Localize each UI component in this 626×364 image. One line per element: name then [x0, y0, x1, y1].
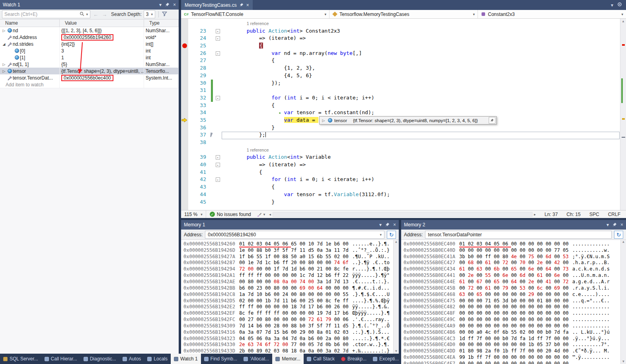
breakpoint-margin[interactable] [181, 183, 188, 191]
scroll-up-icon[interactable]: ▲ [622, 240, 624, 243]
fold-margin[interactable]: - [214, 155, 222, 160]
breakpoint-margin[interactable] [181, 42, 188, 50]
code-row[interactable]: 36} [181, 124, 626, 132]
watch-name-cell[interactable]: [0] [0, 47, 60, 54]
memory-row[interactable]: 0x000002556B0EC4C31d ff 7f 00 00 b0 7d f… [404, 335, 626, 342]
watch-name-cell[interactable]: nd.Address [0, 34, 60, 41]
taskbar-tab[interactable]: Diagnostic... [80, 354, 119, 364]
breakpoint-margin[interactable] [181, 57, 188, 64]
project-dropdown[interactable]: C# TensorFlowNET.Console ▾ [181, 10, 330, 18]
watch-row[interactable]: ▷nd[1, 1]{5}NumShar... [0, 61, 179, 68]
code-text[interactable]: public Action<int> Variable [222, 154, 331, 161]
breakpoint-margin[interactable] [181, 87, 188, 94]
code-row[interactable]: 1 reference [181, 146, 626, 154]
memory-row[interactable]: 0x000002556B0EC4F700 00 00 00 00 00 00 0… [404, 360, 626, 364]
memory2-address-input[interactable]: tensor.TensorDataPointer [425, 231, 612, 239]
code-row[interactable]: 34var tensor = tf.constant(nd);▸ [181, 109, 626, 117]
code-text[interactable]: => (iterate) => [222, 161, 306, 169]
window-position-icon[interactable]: ▾ [606, 222, 609, 227]
memory-row[interactable]: 0x000002556B0EC4A900 00 00 00 00 00 00 0… [404, 323, 626, 329]
breakpoint-margin[interactable] [181, 146, 188, 154]
memory-row[interactable]: 0x000002556B19433D2b 00 89 02 03 08 18 0… [183, 348, 399, 354]
codelens-references[interactable]: 1 reference [247, 148, 269, 152]
taskbar-tab[interactable]: SQL Server... [0, 354, 41, 364]
memory-row[interactable]: 0x000002556B19428700 1e 7d 1c b6 ff 20 0… [183, 260, 399, 266]
breakpoint-margin[interactable] [181, 102, 188, 109]
expand-arrow-icon[interactable]: ▷ [2, 62, 6, 66]
zoom-select[interactable]: 115 % ▾ [181, 210, 206, 218]
code-row[interactable]: 41{ [181, 169, 626, 176]
code-row[interactable]: 40-=> (iterate) => [181, 161, 626, 169]
code-text[interactable]: var nd = np.array(new byte[,] [222, 50, 362, 57]
memory-row[interactable]: 0x000002556B0EC4D000 00 00 00 00 00 00 0… [404, 342, 626, 348]
code-row[interactable]: 27{ [181, 57, 626, 64]
hscroll-left-icon[interactable]: ◂ [269, 212, 271, 216]
watch-row[interactable]: ◢nd.strides{int[2]}int[] [0, 41, 179, 47]
code-text[interactable]: { [222, 183, 275, 191]
memory-row[interactable]: 0x000002556B1942BBb6 00 23 00 80 00 00 6… [183, 285, 399, 291]
fold-margin[interactable]: - [214, 177, 222, 182]
search-icon[interactable] [80, 12, 84, 18]
expand-arrow-icon[interactable]: ▷ [321, 119, 326, 123]
code-row[interactable]: 33{ [181, 102, 626, 109]
memory-row[interactable]: 0x000002556B19432304 05 06 0a 3a 04 7d 0… [183, 335, 399, 342]
chevron-down-icon[interactable]: ▾ [380, 233, 382, 237]
horizontal-scrollbar[interactable] [273, 212, 532, 217]
memory-row[interactable]: 0x000002556B1943097d 14 b6 00 28 00 88 b… [183, 323, 399, 329]
hscroll-right-icon[interactable]: ▸ [534, 212, 536, 216]
active-files-icon[interactable]: ▾ [611, 2, 613, 8]
column-header-type[interactable]: Type [144, 19, 179, 27]
memory1-address-input[interactable]: 0x000002556B194260 ▾ [205, 231, 384, 239]
pin-icon[interactable] [385, 222, 390, 228]
code-editor[interactable]: 1 reference23-public Action<int> Constan… [181, 19, 626, 210]
breakpoint-margin[interactable] [181, 154, 188, 161]
memory2-hex-view[interactable]: 0x000002556B0EC40001 02 03 04 05 06 00 0… [401, 240, 626, 364]
watch-name-cell[interactable]: ▷nd[1, 1] [0, 61, 60, 68]
code-cleanup-button[interactable]: ▾ [257, 212, 265, 217]
memory-row[interactable]: 0x000002556B0EC49C00 00 00 00 00 00 00 0… [404, 316, 626, 323]
breakpoint-margin[interactable] [181, 35, 188, 42]
code-text[interactable]: public Action<int> Constant2x3 [222, 27, 340, 35]
code-text[interactable]: for (int i = 0; i < iterate; i++) [222, 176, 374, 183]
watch-name-cell[interactable]: tensor.TensorDat... [0, 74, 60, 81]
watch-row[interactable]: [1]1int [0, 54, 179, 61]
editor-scrollbar[interactable]: ▲ [620, 19, 626, 210]
collapse-arrow-icon[interactable]: ◢ [2, 42, 6, 46]
memory-row[interactable]: 0x000002556B0EC41A3b b0 00 ff 00 80 4e 0… [404, 253, 626, 260]
memory-row[interactable]: 0x000002556B1942FC00 27 00 80 00 00 00 0… [183, 316, 399, 323]
fold-margin[interactable]: - [214, 36, 222, 41]
code-text[interactable]: } [222, 199, 275, 206]
fold-collapse-icon[interactable]: - [216, 155, 220, 160]
breakpoint-margin[interactable] [181, 20, 188, 27]
code-row[interactable]: 37}; [181, 131, 626, 139]
memory-row[interactable]: 0x000002556B0EC40001 02 03 04 05 06 00 0… [404, 241, 626, 247]
memory-row[interactable]: 0x000002556B1943302e 63 74 6f 72 00 77 0… [183, 342, 399, 348]
breakpoint-margin[interactable] [181, 50, 188, 57]
watch-row[interactable]: tensor.TensorDat...0x000002556b0ec400Sys… [0, 74, 179, 81]
pin-icon[interactable] [489, 117, 495, 124]
code-text[interactable]: var tensor = tf.Variable(3112.0f); [222, 191, 390, 199]
memory-row[interactable]: 0x000002556B0EC48200 00 00 00 00 00 00 0… [404, 304, 626, 310]
expand-arrow-icon[interactable]: ▷ [2, 29, 6, 33]
refresh-icon[interactable]: ↻ [387, 231, 396, 239]
search-input[interactable]: Search (Ctrl+E) ▾ [2, 10, 90, 18]
code-row[interactable]: 31 [181, 87, 626, 94]
pin-icon[interactable] [612, 222, 617, 228]
fold-collapse-icon[interactable]: - [216, 96, 220, 100]
memory2-scrollbar[interactable]: ▲▼ [620, 240, 626, 364]
memory1-titlebar[interactable]: Memory 1 ▾ × [181, 220, 399, 230]
watch-value-cell[interactable]: 3 [60, 47, 144, 54]
code-text[interactable]: } [222, 124, 275, 132]
watch-row[interactable]: ▷nd{[[1, 2, 3], [4, 5, 6]]}NumShar... [0, 27, 179, 34]
code-text[interactable]: => (iterate) => [222, 35, 306, 42]
fold-collapse-icon[interactable]: - [216, 163, 220, 167]
breakpoint-margin[interactable] [181, 72, 188, 80]
memory-row[interactable]: 0x000002556B0EC45B00 72 00 61 00 79 00 5… [404, 285, 626, 291]
memory-row[interactable]: 0x000002556B1942C81a 7d 10 b6 00 24 00 8… [183, 291, 399, 298]
memory-row[interactable]: 0x000002556B0EC46863 00 65 00 00 00 00 0… [404, 291, 626, 298]
class-dropdown[interactable]: Tensorflow.MemoryTestingCases ▾ [330, 10, 478, 18]
code-row[interactable]: 43{ [181, 183, 626, 191]
code-text[interactable]: for (int i = 0; i < iterate; i++) [222, 94, 374, 102]
codelens-references[interactable]: 1 reference [247, 21, 269, 26]
code-text[interactable]: {4, 5, 6} [222, 72, 312, 80]
